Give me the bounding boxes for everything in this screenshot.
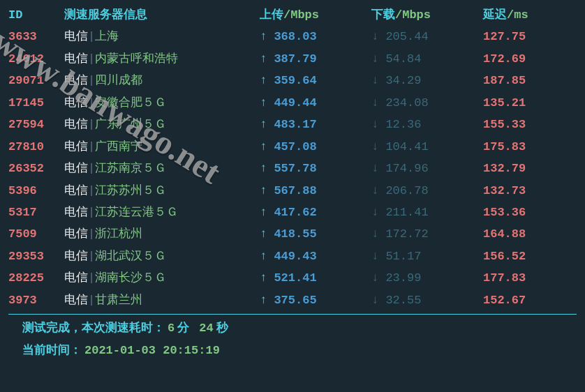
arrow-up-icon: ↑ [260, 271, 267, 285]
cell-isp: 电信 [64, 294, 88, 307]
cell-location: 浙江杭州 [95, 227, 142, 241]
cell-isp: 电信 [64, 162, 88, 175]
arrow-down-icon: ↓ [371, 184, 378, 197]
cell-sep: | [88, 96, 95, 110]
cell-upload: ↑ 457.08 [260, 136, 371, 158]
arrow-up-icon: ↑ [260, 227, 267, 241]
cell-latency: 132.79 [483, 158, 567, 179]
cell-latency: 155.33 [483, 114, 567, 135]
cell-sep: | [88, 294, 95, 307]
table-row: 29353电信|湖北武汉５Ｇ↑ 449.43↓ 51.17156.52 [8, 246, 577, 267]
cell-location: 安徽合肥５Ｇ [95, 96, 166, 110]
arrow-up-icon: ↑ [260, 118, 267, 131]
arrow-down-icon: ↓ [371, 227, 378, 241]
cell-server: 电信|江苏南京５Ｇ [64, 158, 260, 179]
cell-upload: ↑ 521.41 [260, 267, 371, 289]
arrow-up-icon: ↑ [260, 250, 267, 263]
cell-download: ↓ 32.55 [371, 289, 483, 311]
cell-id: 27594 [8, 114, 64, 135]
arrow-down-icon: ↓ [371, 96, 378, 110]
cell-upload: ↑ 449.43 [260, 246, 371, 267]
footer-complete: 测试完成，本次测速耗时： 6 分 24 秒 [8, 317, 577, 339]
cell-upload: ↑ 375.65 [260, 289, 371, 311]
cell-upload: ↑ 368.03 [260, 26, 371, 47]
cell-upload: ↑ 567.88 [260, 180, 371, 202]
cell-sep: | [88, 184, 95, 197]
cell-location: 甘肃兰州 [95, 294, 142, 307]
header-id: ID [8, 4, 64, 26]
cell-server: 电信|内蒙古呼和浩特 [64, 48, 260, 70]
table-row: 7509电信|浙江杭州↑ 418.55↓ 172.72164.88 [8, 223, 577, 245]
arrow-up-icon: ↑ [260, 74, 267, 87]
cell-server: 电信|湖南长沙５Ｇ [64, 267, 260, 289]
cell-location: 上海 [95, 30, 119, 43]
cell-isp: 电信 [64, 206, 88, 219]
cell-sep: | [88, 118, 95, 131]
table-row: 27594电信|广东广州５Ｇ↑ 483.17↓ 12.36155.33 [8, 114, 577, 135]
cell-id: 5317 [8, 202, 64, 223]
table-row: 27810电信|广西南宁↑ 457.08↓ 104.41175.83 [8, 136, 577, 158]
cell-latency: 172.69 [483, 48, 567, 70]
arrow-up-icon: ↑ [260, 294, 267, 307]
cell-isp: 电信 [64, 74, 88, 87]
cell-download: ↓ 23.99 [371, 267, 483, 289]
cell-isp: 电信 [64, 140, 88, 153]
arrow-up-icon: ↑ [260, 206, 267, 219]
cell-id: 3973 [8, 289, 64, 311]
cell-isp: 电信 [64, 52, 88, 66]
arrow-up-icon: ↑ [260, 52, 267, 66]
cell-latency: 135.21 [483, 92, 567, 114]
arrow-down-icon: ↓ [371, 271, 378, 285]
cell-download: ↓ 54.84 [371, 48, 483, 70]
cell-id: 26352 [8, 158, 64, 179]
cell-server: 电信|广西南宁 [64, 136, 260, 158]
arrow-down-icon: ↓ [371, 162, 378, 175]
cell-id: 24012 [8, 48, 64, 70]
cell-location: 广东广州５Ｇ [95, 118, 166, 131]
table-row: 28225电信|湖南长沙５Ｇ↑ 521.41↓ 23.99177.83 [8, 267, 577, 289]
arrow-down-icon: ↓ [371, 206, 378, 219]
table-row: 5317电信|江苏连云港５Ｇ↑ 417.62↓ 211.41153.36 [8, 202, 577, 223]
divider-line [8, 314, 577, 315]
cell-isp: 电信 [64, 96, 88, 110]
cell-location: 内蒙古呼和浩特 [95, 52, 178, 66]
header-latency: 延迟/ms [483, 4, 567, 26]
arrow-down-icon: ↓ [371, 294, 378, 307]
cell-server: 电信|江苏苏州５Ｇ [64, 180, 260, 202]
cell-download: ↓ 211.41 [371, 202, 483, 223]
cell-latency: 164.88 [483, 223, 567, 245]
arrow-down-icon: ↓ [371, 118, 378, 131]
cell-id: 17145 [8, 92, 64, 114]
cell-sep: | [88, 74, 95, 87]
cell-upload: ↑ 387.79 [260, 48, 371, 70]
cell-isp: 电信 [64, 227, 88, 241]
cell-id: 29353 [8, 246, 64, 267]
cell-download: ↓ 104.41 [371, 136, 483, 158]
arrow-down-icon: ↓ [371, 30, 378, 43]
cell-server: 电信|广东广州５Ｇ [64, 114, 260, 135]
table-row: 26352电信|江苏南京５Ｇ↑ 557.78↓ 174.96132.79 [8, 158, 577, 179]
cell-id: 3633 [8, 26, 64, 47]
cell-isp: 电信 [64, 184, 88, 197]
cell-location: 湖南长沙５Ｇ [95, 271, 166, 285]
cell-isp: 电信 [64, 30, 88, 43]
cell-location: 广西南宁 [95, 140, 142, 153]
cell-download: ↓ 234.08 [371, 92, 483, 114]
cell-server: 电信|四川成都 [64, 70, 260, 91]
cell-sep: | [88, 206, 95, 219]
table-row: 29071电信|四川成都↑ 359.64↓ 34.29187.85 [8, 70, 577, 91]
cell-server: 电信|浙江杭州 [64, 223, 260, 245]
cell-latency: 127.75 [483, 26, 567, 47]
cell-latency: 152.67 [483, 289, 567, 311]
table-row: 17145电信|安徽合肥５Ｇ↑ 449.44↓ 234.08135.21 [8, 92, 577, 114]
arrow-down-icon: ↓ [371, 140, 378, 153]
arrow-up-icon: ↑ [260, 140, 267, 153]
footer-time: 当前时间： 2021-01-03 20:15:19 [8, 340, 577, 361]
header-download: 下载/Mbps [371, 4, 483, 26]
header-server: 测速服务器信息 [64, 4, 260, 26]
cell-location: 江苏连云港５Ｇ [95, 206, 178, 219]
arrow-up-icon: ↑ [260, 96, 267, 110]
table-row: 24012电信|内蒙古呼和浩特↑ 387.79↓ 54.84172.69 [8, 48, 577, 70]
cell-server: 电信|湖北武汉５Ｇ [64, 246, 260, 267]
cell-id: 27810 [8, 136, 64, 158]
